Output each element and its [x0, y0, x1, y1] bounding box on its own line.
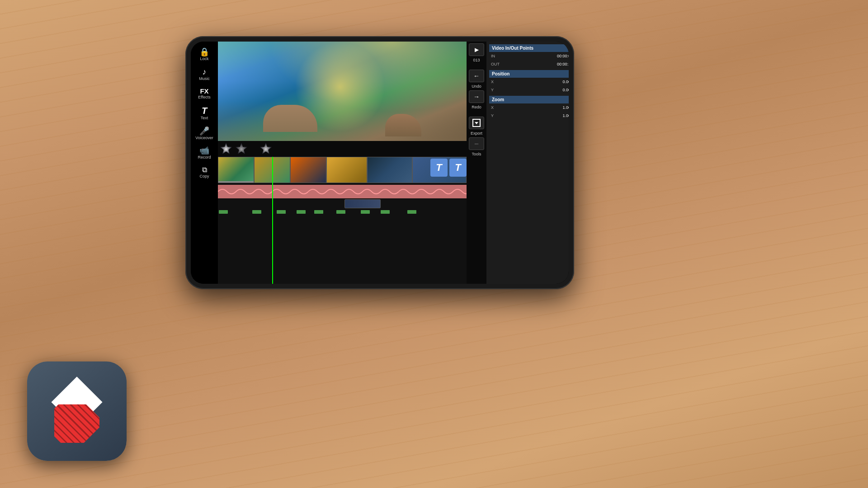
- undo-button[interactable]: ←: [469, 70, 484, 82]
- sidebar-copy-label: Copy: [199, 174, 209, 179]
- transport-strip: ▶ 013 ← Undo → Redo: [467, 42, 486, 284]
- text-clips-container: T T: [430, 159, 467, 177]
- in-value: 00:00:07: [506, 54, 569, 58]
- diamond-red-shape: [54, 404, 99, 443]
- position-y-label: Y: [491, 88, 505, 92]
- position-x-label: X: [491, 80, 505, 84]
- play-button[interactable]: ▶: [469, 43, 484, 56]
- clip-sunset[interactable]: [290, 157, 326, 183]
- properties-panel: Video In/Out Points IN 00:00:07 + - OUT …: [486, 42, 569, 284]
- clip-city[interactable]: [367, 157, 412, 183]
- text-tool-icon: T: [202, 106, 207, 115]
- export-button[interactable]: [469, 117, 484, 129]
- copy-icon: ⧉: [202, 166, 207, 174]
- position-y-row: Y 0.000 + -: [489, 86, 569, 94]
- zoom-section: Zoom ▼ X 1.000 + - Y 1.000: [489, 96, 569, 120]
- transition-effect-3: [259, 143, 272, 155]
- position-title: Position ▼: [489, 70, 569, 78]
- clip-bokeh[interactable]: [326, 157, 367, 183]
- music-icon: ♪: [203, 68, 207, 76]
- playhead: [272, 157, 273, 284]
- out-value: 00:00:12: [506, 62, 569, 66]
- video-inout-section: Video In/Out Points IN 00:00:07 + - OUT …: [489, 44, 569, 68]
- sidebar-item-copy[interactable]: ⧉ Copy: [191, 164, 218, 182]
- phone-screen: 🔒 Lock ♪ Music FX Effects T Text: [191, 42, 569, 284]
- sidebar-item-music[interactable]: ♪ Music: [191, 65, 218, 84]
- video-inout-title: Video In/Out Points: [489, 44, 569, 52]
- tools-icon: ···: [475, 141, 478, 146]
- in-point-row: IN 00:00:07 + -: [489, 52, 569, 60]
- undo-label: Undo: [472, 84, 481, 89]
- sidebar-text-label: Text: [201, 116, 208, 121]
- sidebar-record-label: Record: [198, 155, 211, 160]
- green-markers: [218, 210, 467, 214]
- sidebar-item-text[interactable]: T Text: [191, 103, 218, 123]
- zoom-y-label: Y: [491, 113, 505, 118]
- text-clip-t1[interactable]: T: [430, 159, 448, 177]
- position-x-row: X 0.000 + -: [489, 78, 569, 86]
- sidebar-lock-label: Lock: [200, 57, 208, 61]
- sidebar-music-label: Music: [199, 77, 210, 81]
- lock-icon: 🔒: [199, 48, 209, 56]
- out-label: OUT: [491, 62, 505, 66]
- audio-track: [218, 198, 467, 210]
- play-icon: ▶: [475, 47, 479, 53]
- text-clip-t2[interactable]: T: [449, 159, 467, 177]
- sidebar-item-lock[interactable]: 🔒 Lock: [191, 45, 218, 64]
- sidebar: 🔒 Lock ♪ Music FX Effects T Text: [191, 42, 218, 284]
- position-x-value: 0.000: [506, 80, 569, 84]
- timeline-clips-row: T T: [218, 157, 467, 185]
- redo-label: Redo: [472, 105, 481, 109]
- sidebar-item-record[interactable]: 📹 Record: [191, 144, 218, 163]
- zoom-title: Zoom ▼: [489, 96, 569, 103]
- sidebar-item-voiceover[interactable]: 🎤 Voiceover: [191, 124, 218, 143]
- position-y-value: 0.000: [506, 88, 569, 92]
- zoom-y-row: Y 1.000 + -: [489, 112, 569, 120]
- export-label: Export: [471, 131, 482, 136]
- clip-beach-1[interactable]: [218, 157, 254, 183]
- zoom-x-label: X: [491, 105, 505, 110]
- redo-button[interactable]: →: [469, 90, 484, 103]
- app-icon: [27, 361, 127, 461]
- sidebar-voiceover-label: Voiceover: [195, 136, 213, 141]
- sidebar-item-effects[interactable]: FX Effects: [191, 85, 218, 103]
- transition-effect-1: [220, 143, 232, 155]
- effects-icon: FX: [200, 88, 208, 94]
- phone-body: 🔒 Lock ♪ Music FX Effects T Text: [185, 36, 574, 289]
- tools-label: Tools: [472, 152, 481, 156]
- in-label: IN: [491, 54, 505, 58]
- zoom-y-value: 1.000: [506, 113, 569, 118]
- record-icon: 📹: [199, 146, 209, 155]
- zoom-x-row: X 1.000 + -: [489, 103, 569, 112]
- waveform-row: [218, 185, 467, 198]
- position-section: Position ▼ X 0.000 + - Y 0.0: [489, 70, 569, 94]
- video-preview: [218, 42, 467, 141]
- transition-effect-2: [235, 143, 248, 155]
- frame-counter: 013: [473, 58, 480, 62]
- zoom-x-value: 1.000: [506, 105, 569, 110]
- tools-button[interactable]: ···: [469, 137, 484, 150]
- sidebar-effects-label: Effects: [198, 95, 210, 100]
- effects-row: [218, 141, 467, 157]
- out-point-row: OUT 00:00:12 + -: [489, 60, 569, 68]
- voiceover-icon: 🎤: [199, 127, 209, 135]
